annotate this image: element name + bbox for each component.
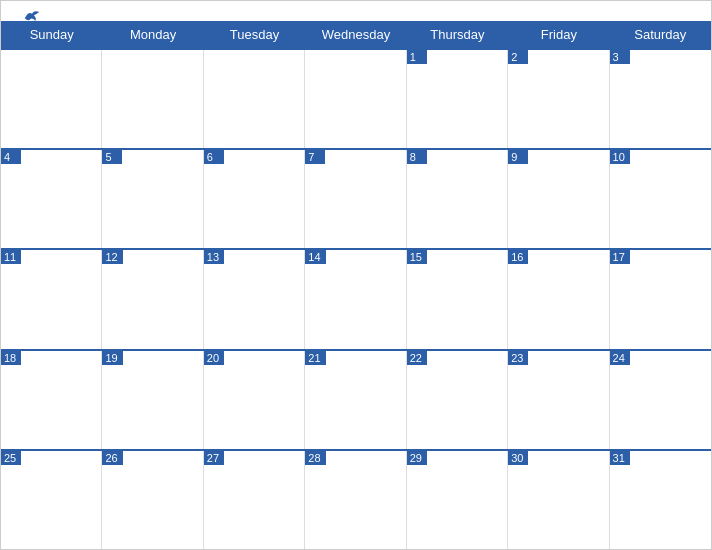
day-cell-18: 18: [1, 351, 102, 449]
day-header-friday: Friday: [508, 21, 609, 48]
day-number-27: 27: [204, 451, 224, 465]
day-header-thursday: Thursday: [407, 21, 508, 48]
week-row-4: 18192021222324: [1, 349, 711, 449]
day-number-9: 9: [508, 150, 528, 164]
day-header-sunday: Sunday: [1, 21, 102, 48]
day-cell-1: 1: [407, 50, 508, 148]
day-number-29: 29: [407, 451, 427, 465]
day-cell-5: 5: [102, 150, 203, 248]
day-header-saturday: Saturday: [610, 21, 711, 48]
day-cell-16: 16: [508, 250, 609, 348]
day-cell-24: 24: [610, 351, 711, 449]
day-number-22: 22: [407, 351, 427, 365]
day-number-17: 17: [610, 250, 630, 264]
logo: [21, 9, 41, 23]
week-row-2: 45678910: [1, 148, 711, 248]
day-number-8: 8: [407, 150, 427, 164]
day-number-15: 15: [407, 250, 427, 264]
week-row-1: 123: [1, 48, 711, 148]
day-cell-26: 26: [102, 451, 203, 549]
day-cell-31: 31: [610, 451, 711, 549]
day-number-5: 5: [102, 150, 122, 164]
day-cell-11: 11: [1, 250, 102, 348]
logo-blue: [21, 9, 41, 23]
day-number-19: 19: [102, 351, 122, 365]
day-cell-2: 2: [508, 50, 609, 148]
day-cell-23: 23: [508, 351, 609, 449]
day-cell-17: 17: [610, 250, 711, 348]
day-cell-13: 13: [204, 250, 305, 348]
day-headers-row: SundayMondayTuesdayWednesdayThursdayFrid…: [1, 21, 711, 48]
day-number-31: 31: [610, 451, 630, 465]
day-cell-21: 21: [305, 351, 406, 449]
day-cell-3: 3: [610, 50, 711, 148]
day-cell-15: 15: [407, 250, 508, 348]
day-number-14: 14: [305, 250, 325, 264]
day-cell-29: 29: [407, 451, 508, 549]
day-cell-10: 10: [610, 150, 711, 248]
day-cell-6: 6: [204, 150, 305, 248]
calendar-header: [1, 1, 711, 21]
day-number-28: 28: [305, 451, 325, 465]
day-cell-27: 27: [204, 451, 305, 549]
day-cell-empty: [204, 50, 305, 148]
day-number-24: 24: [610, 351, 630, 365]
day-number-18: 18: [1, 351, 21, 365]
day-cell-22: 22: [407, 351, 508, 449]
day-number-23: 23: [508, 351, 528, 365]
day-cell-8: 8: [407, 150, 508, 248]
day-number-10: 10: [610, 150, 630, 164]
day-number-26: 26: [102, 451, 122, 465]
day-cell-30: 30: [508, 451, 609, 549]
calendar: SundayMondayTuesdayWednesdayThursdayFrid…: [0, 0, 712, 550]
day-header-monday: Monday: [102, 21, 203, 48]
day-cell-empty: [305, 50, 406, 148]
day-header-wednesday: Wednesday: [305, 21, 406, 48]
day-cell-9: 9: [508, 150, 609, 248]
day-cell-empty: [1, 50, 102, 148]
day-cell-empty: [102, 50, 203, 148]
calendar-grid: 1234567891011121314151617181920212223242…: [1, 48, 711, 549]
day-number-4: 4: [1, 150, 21, 164]
day-cell-14: 14: [305, 250, 406, 348]
day-cell-12: 12: [102, 250, 203, 348]
day-number-16: 16: [508, 250, 528, 264]
day-cell-7: 7: [305, 150, 406, 248]
day-number-7: 7: [305, 150, 325, 164]
day-number-25: 25: [1, 451, 21, 465]
day-number-12: 12: [102, 250, 122, 264]
day-number-13: 13: [204, 250, 224, 264]
day-number-21: 21: [305, 351, 325, 365]
day-number-1: 1: [407, 50, 427, 64]
day-header-tuesday: Tuesday: [204, 21, 305, 48]
day-cell-4: 4: [1, 150, 102, 248]
week-row-3: 11121314151617: [1, 248, 711, 348]
day-cell-19: 19: [102, 351, 203, 449]
logo-bird-icon: [23, 9, 41, 23]
day-number-6: 6: [204, 150, 224, 164]
day-number-3: 3: [610, 50, 630, 64]
day-number-20: 20: [204, 351, 224, 365]
week-row-5: 25262728293031: [1, 449, 711, 549]
day-cell-28: 28: [305, 451, 406, 549]
day-number-30: 30: [508, 451, 528, 465]
day-number-2: 2: [508, 50, 528, 64]
day-cell-20: 20: [204, 351, 305, 449]
day-cell-25: 25: [1, 451, 102, 549]
day-number-11: 11: [1, 250, 21, 264]
